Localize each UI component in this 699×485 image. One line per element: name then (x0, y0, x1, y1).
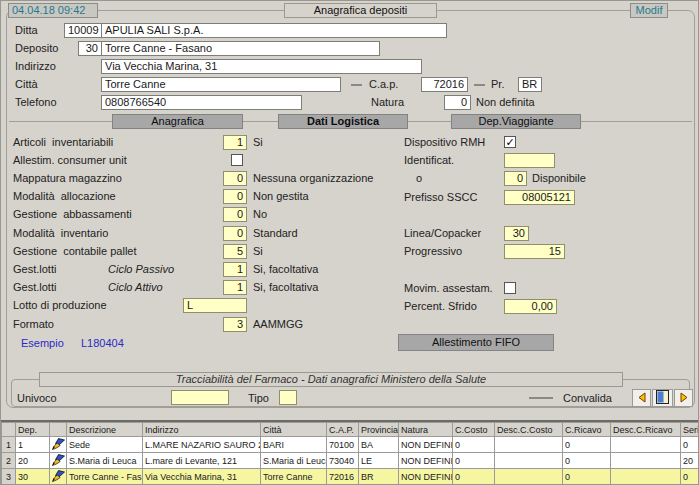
lotto-produzione-field[interactable]: L (183, 298, 247, 313)
cell-cap[interactable]: 73040 (327, 453, 359, 469)
cell-provincia[interactable]: BR (359, 469, 399, 485)
o-label: o (416, 171, 422, 186)
cell-cap[interactable]: 72016 (327, 469, 359, 485)
telefono-field[interactable]: 0808766540 (101, 95, 302, 110)
cell-c_costo[interactable]: 0 (453, 437, 495, 453)
mode-badge: Modif (630, 3, 668, 18)
cell-cap[interactable]: 70100 (327, 437, 359, 453)
cell-dep[interactable]: 20 (16, 453, 50, 469)
cell-c_ricavo[interactable]: 0 (563, 437, 611, 453)
lotti-attivo-field[interactable]: 1 (223, 280, 247, 295)
formato-label: Formato (13, 317, 54, 332)
cell-desc_c_costo[interactable] (495, 469, 563, 485)
cell-icon[interactable] (50, 437, 67, 453)
cell-indirizzo[interactable]: L.MARE NAZARIO SAURO 211 (143, 437, 261, 453)
cell-descrizione[interactable]: S.Maria di Leuca (67, 453, 143, 469)
cell-indirizzo[interactable]: Via Vecchia Marina, 31 (143, 469, 261, 485)
o-code-field[interactable]: 0 (504, 171, 527, 186)
identificat-field[interactable] (504, 153, 555, 168)
table-row[interactable]: 220S.Maria di LeucaL.mare di Levante, 12… (2, 453, 699, 469)
citta-field[interactable]: Torre Canne (101, 77, 341, 92)
progressivo-field[interactable]: 15 (504, 244, 565, 259)
univoco-label: Univoco (17, 391, 57, 406)
lotti-passivo-label: Gest.lotti (13, 262, 56, 277)
cell-indirizzo[interactable]: L.mare di Levante, 121 (143, 453, 261, 469)
cell-c_ricavo[interactable]: 0 (563, 469, 611, 485)
univoco-field[interactable] (171, 390, 229, 405)
cell-c_costo[interactable]: 0 (453, 469, 495, 485)
tab-dati-logistica[interactable]: Dati Logistica (278, 114, 408, 129)
pallet-field[interactable]: 5 (223, 244, 247, 259)
ditta-name-field[interactable]: APULIA SALI S.p.A. (101, 23, 447, 38)
indirizzo-field[interactable]: Via Vecchia Marina, 31 (101, 59, 422, 74)
tab-dep-viaggiante[interactable]: Dep.Viaggiante (451, 114, 581, 129)
dash-divider (474, 84, 485, 86)
tab-anagrafica[interactable]: Anagrafica (112, 114, 243, 129)
pr-field[interactable]: BR (518, 77, 542, 92)
cell-c_costo[interactable]: 0 (453, 453, 495, 469)
dash-divider (529, 397, 553, 399)
column-header-dep: Dep. (16, 423, 50, 437)
cell-icon[interactable] (50, 453, 67, 469)
allestim-checkbox[interactable] (231, 154, 243, 166)
natura-code-field[interactable]: 0 (444, 95, 471, 110)
table-row[interactable]: 11SedeL.MARE NAZARIO SAURO 211BARI70100B… (2, 437, 699, 453)
cell-descrizione[interactable]: Sede (67, 437, 143, 453)
cell-desc_c_ricavo[interactable] (611, 437, 681, 453)
movim-checkbox[interactable] (504, 282, 516, 294)
pen-icon (52, 458, 65, 468)
column-header-c_costo: C.Costo (453, 423, 495, 437)
cell-serie[interactable]: 0 (681, 437, 699, 453)
rmh-checkbox[interactable] (504, 136, 516, 148)
cell-descrizione[interactable]: Torre Canne - Fasano (67, 469, 143, 485)
deposito-name-field[interactable]: Torre Canne - Fasano (101, 41, 380, 56)
articoli-field[interactable]: 1 (223, 135, 247, 150)
lotti-attivo-desc: Si, facoltativa (253, 280, 318, 295)
cell-serie[interactable]: 0 (681, 469, 699, 485)
cell-citta[interactable]: Torre Canne (261, 469, 327, 485)
current-record-button[interactable] (652, 389, 673, 407)
cell-natura[interactable]: NON DEFINITA (399, 453, 453, 469)
cell-serie[interactable]: 20 (681, 453, 699, 469)
sfrido-field[interactable]: 0,00 (504, 299, 557, 314)
prev-record-button[interactable] (632, 389, 651, 407)
sscc-field[interactable]: 08005121 (504, 190, 575, 205)
cell-provincia[interactable]: BA (359, 437, 399, 453)
formato-field[interactable]: 3 (223, 317, 247, 332)
tipo-field[interactable] (279, 390, 297, 405)
next-record-button[interactable] (674, 389, 693, 407)
citta-label: Città (15, 77, 38, 92)
cell-dep[interactable]: 1 (16, 437, 50, 453)
lotti-passivo-field[interactable]: 1 (223, 262, 247, 277)
cell-c_ricavo[interactable]: 0 (563, 453, 611, 469)
cell-citta[interactable]: BARI (261, 437, 327, 453)
cell-desc_c_ricavo[interactable] (611, 453, 681, 469)
linea-copacker-field[interactable]: 30 (504, 226, 529, 241)
cell-provincia[interactable]: LE (359, 453, 399, 469)
cell-desc_c_ricavo[interactable] (611, 469, 681, 485)
lotti-attivo-sublabel: Ciclo Attivo (108, 280, 163, 295)
mappatura-field[interactable]: 0 (223, 171, 247, 186)
column-header-c_ricavo: C.Ricavo (563, 423, 611, 437)
table-row[interactable]: 330Torre Canne - FasanoVia Vecchia Marin… (2, 469, 699, 485)
allestimento-fifo-button[interactable]: Allestimento FIFO (398, 334, 554, 351)
cell-citta[interactable]: S.Maria di Leuca (261, 453, 327, 469)
cap-field[interactable]: 72016 (421, 77, 468, 92)
cell-desc_c_costo[interactable] (495, 453, 563, 469)
ditta-code-field[interactable]: 10009 (64, 23, 102, 38)
cell-icon[interactable] (50, 469, 67, 485)
deposito-code-field[interactable]: 30 (78, 41, 102, 56)
dash-divider (351, 84, 362, 86)
cell-desc_c_costo[interactable] (495, 437, 563, 453)
cell-natura[interactable]: NON DEFINITA (399, 469, 453, 485)
allocazione-field[interactable]: 0 (223, 189, 247, 204)
cell-rownum: 3 (2, 469, 16, 485)
record-page-icon (656, 390, 669, 407)
inventario-field[interactable]: 0 (223, 226, 247, 241)
cell-natura[interactable]: NON DEFINITA (399, 437, 453, 453)
column-header-serie: Serie (681, 423, 699, 437)
abbassamenti-field[interactable]: 0 (223, 207, 247, 222)
cell-dep[interactable]: 30 (16, 469, 50, 485)
column-header-natura: Natura (399, 423, 453, 437)
deposits-table: Dep.DescrizioneIndirizzoCittàC.A.P.Provi… (1, 420, 699, 485)
